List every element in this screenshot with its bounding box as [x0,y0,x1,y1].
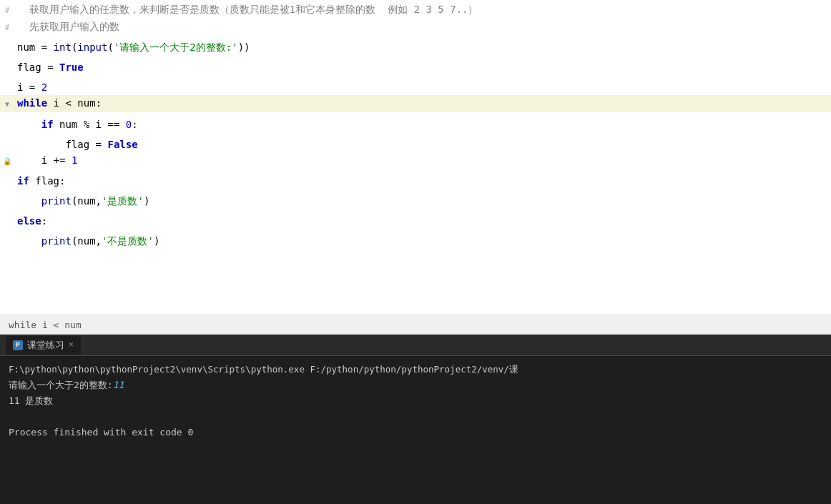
token: while [17,97,47,109]
line-gutter-icon [0,169,14,184]
token: : [132,119,137,130]
token: )) [238,41,250,53]
token: flag [35,175,59,187]
token: = [41,61,59,73]
line-gutter-icon [0,132,14,148]
line-gutter-icon [0,189,14,204]
code-content: if num % i == 0: [14,117,831,132]
line-gutter-icon: 🔒 [0,153,14,169]
comment-gutter: # [5,6,9,14]
token: '是质数' [102,195,144,207]
terminal-prompt-text: 请输入一个大于2的整数: [9,380,113,390]
token: : [41,215,47,227]
token: flag [65,139,89,150]
token: False [107,139,137,150]
code-line: flag = False [0,132,831,152]
token: : [96,97,102,109]
line-gutter-icon [0,35,14,51]
code-content: print(num,'是质数') [14,193,831,209]
token: num [77,195,95,207]
token: += [47,154,72,166]
line-gutter-icon [0,229,14,244]
editor-area: # 获取用户输入的任意数，来判断是否是质数（质数只能是被1和它本身整除的数 例如… [0,0,831,315]
code-content: num = int(input('请输入一个大于2的整数:')) [14,39,831,55]
code-content: if flag: [14,173,831,189]
token: i [54,97,59,109]
code-line: num = int(input('请输入一个大于2的整数:')) [0,35,831,55]
terminal-tab-label: 课堂练习 [27,339,64,352]
token: input [77,41,107,53]
token: , [96,235,102,247]
code-line: else: [0,209,831,229]
code-line: i = 2 [0,75,831,95]
token: , [96,195,102,207]
terminal-content: F:\python\python\pythonProject2\venv\Scr… [0,356,831,504]
terminal-exit-text: Process finished with exit code 0 [9,427,193,438]
token: num [59,119,77,130]
terminal-output-line: 11 是质数 [9,393,822,409]
token: = [89,139,107,150]
code-line: ▼while i < num: [0,95,831,112]
line-gutter-icon [0,209,14,224]
token: < [59,97,77,109]
terminal-tab[interactable]: P 课堂练习 × [6,336,81,355]
terminal-prompt-line: 请输入一个大于2的整数:11 [9,377,822,393]
code-content: flag = False [14,137,831,152]
token: ) [154,235,159,247]
lock-icon: 🔒 [3,157,11,165]
line-gutter-icon: ▼ [0,97,14,112]
line-gutter-icon: # [0,19,14,35]
code-content: while i < num: [14,95,831,111]
token: True [59,61,84,73]
terminal-exit-line: Process finished with exit code 0 [9,425,822,440]
token: if [17,175,29,187]
token [54,119,59,130]
terminal-input-value: 11 [113,380,124,390]
token: % [77,119,95,130]
token: 1 [72,154,77,166]
code-line: if num % i == 0: [0,112,831,132]
line-gutter-icon [0,55,14,71]
token [47,97,53,109]
token: print [41,195,72,207]
code-content: print(num,'不是质数') [14,233,831,249]
breadcrumb-bar: while i < num [0,315,831,335]
fold-icon[interactable]: ▼ [5,100,9,108]
code-content: 先获取用户输入的数 [14,19,831,34]
token: flag [17,61,41,73]
token: : [59,175,65,187]
line-gutter-icon: # [0,3,14,19]
token: num [17,41,35,53]
code-content: i = 2 [14,79,831,95]
token: = [23,81,41,93]
terminal-tab-bar: P 课堂练习 × [0,335,831,356]
token: = [35,41,53,53]
code-content: i += 1 [14,152,831,168]
token: == [102,119,126,130]
code-content: 获取用户输入的任意数，来判断是否是质数（质数只能是被1和它本身整除的数 例如 2… [14,1,831,17]
code-line: # 先获取用户输入的数 [0,19,831,36]
token: 0 [126,119,132,130]
terminal-path-line: F:\python\python\pythonProject2\venv\Scr… [9,362,822,377]
token: '不是质数' [102,235,154,247]
line-gutter-icon [0,75,14,91]
python-icon: P [13,340,23,350]
code-content: else: [14,213,831,229]
token: 先获取用户输入的数 [17,21,119,32]
code-line: print(num,'是质数') [0,189,831,209]
token: ) [144,195,149,207]
token: num [77,97,95,109]
token: '请输入一个大于2的整数:' [114,41,238,53]
token: if [41,119,54,130]
code-content: flag = True [14,59,831,75]
breadcrumb-text: while i < num [9,320,82,330]
line-gutter-icon [0,112,14,128]
terminal-path-text: F:\python\python\pythonProject2\venv\Scr… [9,364,518,375]
close-icon[interactable]: × [69,340,74,350]
token: num [77,235,95,247]
terminal-output-text: 11 是质数 [9,395,53,406]
terminal-area: P 课堂练习 × F:\python\python\pythonProject2… [0,335,831,504]
token: ( [107,41,113,53]
code-line: 🔒 i += 1 [0,152,831,169]
code-line: # 获取用户输入的任意数，来判断是否是质数（质数只能是被1和它本身整除的数 例如… [0,1,831,19]
